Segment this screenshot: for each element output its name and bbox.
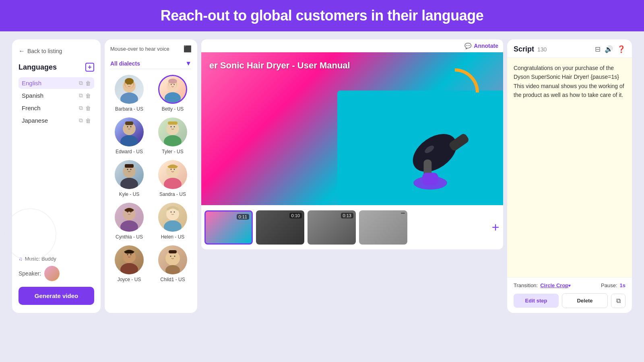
voice-item-cynthia[interactable]: Cynthia - US xyxy=(110,203,148,240)
speaker-avatar[interactable] xyxy=(44,266,60,281)
copy-lang-icon[interactable]: ⧉ xyxy=(79,80,83,86)
export-icon[interactable]: ⬛ xyxy=(184,45,192,53)
svg-rect-25 xyxy=(168,121,178,125)
voice-avatar-helen xyxy=(158,203,187,232)
voice-avatar-betty xyxy=(158,75,187,104)
copy-lang-icon-fr[interactable]: ⧉ xyxy=(79,105,83,111)
pause-value: 1s xyxy=(620,282,625,288)
delete-btn[interactable]: Delete xyxy=(562,293,608,308)
timeline-item-1[interactable]: 0:11 xyxy=(204,210,253,245)
annotate-label: Annotate xyxy=(474,43,498,49)
timeline: 0:11 0:10 0:13 + xyxy=(201,205,503,249)
svg-rect-31 xyxy=(125,164,134,168)
svg-point-30 xyxy=(130,169,132,170)
voice-panel-header: Mouse-over to hear voice ⬛ xyxy=(110,45,192,53)
svg-point-27 xyxy=(120,178,138,189)
voice-panel: Mouse-over to hear voice ⬛ All dialects … xyxy=(105,39,197,313)
voice-item-sandra[interactable]: Sandra - US xyxy=(154,160,192,197)
svg-point-45 xyxy=(171,212,172,213)
pause-label: Pause: xyxy=(601,282,617,288)
voice-item-betty[interactable]: Betty - US xyxy=(154,75,192,112)
copy-lang-icon-es[interactable]: ⧉ xyxy=(79,92,83,99)
voice-item-kyle[interactable]: Kyle - US xyxy=(110,160,148,197)
language-item-english[interactable]: English ⧉ 🗑 xyxy=(19,77,94,89)
svg-point-35 xyxy=(171,169,172,170)
back-to-listing-btn[interactable]: ← Back to listing xyxy=(19,47,94,55)
voice-item-joyce[interactable]: Joyce - US xyxy=(110,245,148,282)
timeline-item-2[interactable]: 0:10 xyxy=(256,210,304,245)
back-to-listing-label: Back to listing xyxy=(27,48,62,54)
voice-name-barbara: Barbara - US xyxy=(115,106,143,112)
delete-lang-icon-es[interactable]: 🗑 xyxy=(85,93,91,99)
script-footer: Transition: Circle Crop ▾ Pause: 1s Edit… xyxy=(507,277,632,313)
subtitles-icon[interactable]: ⊟ xyxy=(595,45,601,53)
voice-item-tyler[interactable]: Tyler - US xyxy=(154,117,192,154)
svg-rect-57 xyxy=(169,250,177,253)
timeline-badge-1: 0:11 xyxy=(237,214,249,220)
copy-step-btn[interactable]: ⧉ xyxy=(611,294,625,308)
timeline-add-btn[interactable]: + xyxy=(491,210,500,245)
script-panel: Script 130 ⊟ 🔊 ❓ Congratulations on your… xyxy=(507,39,632,313)
voice-item-helen[interactable]: Helen - US xyxy=(154,203,192,240)
voice-panel-title: Mouse-over to hear voice xyxy=(110,46,169,52)
voice-item-child1[interactable]: Child1 - US xyxy=(154,245,192,282)
delete-lang-icon-fr[interactable]: 🗑 xyxy=(85,105,91,111)
script-title: Script xyxy=(514,45,534,53)
add-slide-icon: + xyxy=(492,220,500,235)
main-content: ← Back to listing Languages + English ⧉ … xyxy=(0,31,644,357)
voice-item-barbara[interactable]: Barbara - US xyxy=(110,75,148,112)
dialect-dropdown-icon: ▼ xyxy=(185,60,192,67)
copy-lang-icon-ja[interactable]: ⧉ xyxy=(79,117,83,124)
voice-avatar-sandra xyxy=(158,160,187,189)
timeline-item-4[interactable] xyxy=(359,210,407,245)
voice-name-tyler: Tyler - US xyxy=(162,149,183,154)
language-icons-english: ⧉ 🗑 xyxy=(79,80,91,86)
svg-point-46 xyxy=(174,212,175,213)
delete-lang-icon[interactable]: 🗑 xyxy=(85,80,91,86)
edit-step-btn[interactable]: Edit step xyxy=(514,294,559,308)
voice-avatar-kyle xyxy=(115,160,144,189)
voice-avatar-cynthia xyxy=(115,203,144,232)
script-body[interactable]: Congratulations on your purchase of the … xyxy=(507,58,632,277)
help-icon[interactable]: ❓ xyxy=(617,45,625,53)
svg-point-44 xyxy=(169,208,177,216)
speaker-avatar-inner xyxy=(45,266,59,281)
svg-point-2 xyxy=(120,93,138,104)
voice-name-sandra: Sandra - US xyxy=(159,191,186,197)
language-item-french[interactable]: French ⧉ 🗑 xyxy=(19,102,94,114)
generate-video-btn[interactable]: Generate video xyxy=(19,287,94,305)
svg-point-6 xyxy=(125,78,134,84)
svg-point-43 xyxy=(164,220,182,232)
transition-value[interactable]: Circle Crop xyxy=(540,282,568,288)
transition-label: Transition: xyxy=(514,282,538,288)
language-item-spanish[interactable]: Spanish ⧉ 🗑 xyxy=(19,90,94,101)
language-icons-french: ⧉ 🗑 xyxy=(79,105,91,111)
dialect-label: All dialects xyxy=(110,60,140,67)
back-arrow-icon: ← xyxy=(19,47,25,55)
delete-lang-icon-ja[interactable]: 🗑 xyxy=(85,117,91,124)
script-header-icons: ⊟ 🔊 ❓ xyxy=(595,45,625,53)
voice-avatar-child1 xyxy=(158,245,187,274)
voice-name-joyce: Joyce - US xyxy=(118,277,141,282)
language-name-spanish: Spanish xyxy=(22,92,79,99)
voice-name-child1: Child1 - US xyxy=(160,277,185,282)
svg-point-56 xyxy=(174,256,175,257)
add-language-btn[interactable]: + xyxy=(85,63,94,72)
language-item-japanese[interactable]: Japanese ⧉ 🗑 xyxy=(19,115,94,126)
svg-point-55 xyxy=(170,256,171,257)
speaker-label: Speaker: xyxy=(19,270,41,277)
svg-point-24 xyxy=(174,126,175,128)
voice-avatar-edward xyxy=(115,117,144,146)
annotate-btn[interactable]: 💬 Annotate xyxy=(464,43,498,49)
script-count: 130 xyxy=(537,46,547,53)
speaker-row: Speaker: xyxy=(19,266,94,281)
transition-row: Transition: Circle Crop ▾ Pause: 1s xyxy=(514,282,625,288)
voice-name-edward: Edward - US xyxy=(116,149,143,154)
audio-icon[interactable]: 🔊 xyxy=(605,45,613,53)
hair-dryer-image xyxy=(390,109,479,197)
dialect-selector[interactable]: All dialects ▼ xyxy=(110,58,192,69)
voice-name-kyle: Kyle - US xyxy=(119,191,140,197)
timeline-item-3[interactable]: 0:13 xyxy=(308,210,356,245)
voice-item-edward[interactable]: Edward - US xyxy=(110,117,148,154)
top-banner: Reach-out to global customers in their l… xyxy=(0,0,644,31)
